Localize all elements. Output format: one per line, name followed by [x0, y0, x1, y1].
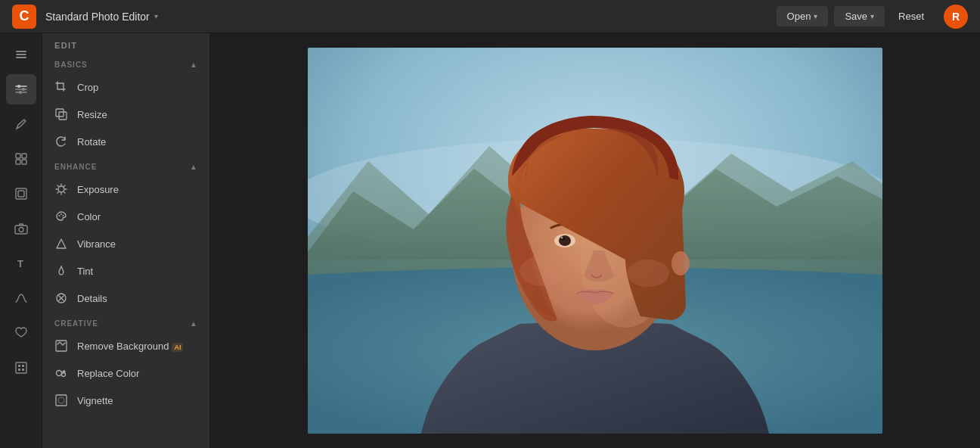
creative-title: CREATIVE: [54, 319, 98, 328]
app-logo: C: [12, 5, 36, 29]
details-item[interactable]: Details: [42, 285, 209, 312]
enhance-chevron-icon: ▲: [190, 163, 197, 171]
basics-chevron-icon: ▲: [190, 61, 197, 69]
photo-container: [308, 48, 882, 434]
rotate-icon: [54, 135, 68, 148]
svg-point-6: [22, 88, 25, 91]
svg-point-45: [58, 397, 64, 403]
photo-image: [308, 48, 882, 434]
svg-marker-37: [57, 239, 66, 248]
text-icon[interactable]: T: [6, 248, 36, 278]
svg-point-51: [559, 235, 571, 246]
svg-rect-15: [15, 226, 27, 234]
svg-rect-1: [16, 54, 26, 55]
svg-rect-9: [16, 154, 20, 158]
icon-sidebar: T: [0, 33, 42, 448]
save-button[interactable]: Save ▾: [834, 6, 885, 26]
heart-icon[interactable]: [6, 318, 36, 348]
enhance-items: Exposure Color: [42, 176, 209, 312]
edit-label: EDIT: [42, 33, 209, 53]
rotate-item[interactable]: Rotate: [42, 128, 209, 155]
svg-point-60: [627, 260, 669, 287]
app-title: Standard Photo Editor: [45, 11, 150, 23]
svg-rect-23: [56, 109, 64, 117]
resize-item[interactable]: Resize: [42, 101, 209, 128]
svg-rect-21: [18, 369, 20, 371]
draw-icon[interactable]: [6, 109, 36, 139]
vibrance-label: Vibrance: [77, 238, 197, 250]
color-label: Color: [77, 211, 197, 222]
color-item[interactable]: Color: [42, 203, 209, 230]
svg-rect-18: [16, 362, 26, 373]
svg-rect-20: [22, 365, 24, 367]
replace-color-icon: [54, 366, 68, 380]
remove-background-item[interactable]: Remove BackgroundAI: [42, 332, 209, 359]
creative-section-header[interactable]: CREATIVE ▲: [42, 312, 209, 332]
svg-line-31: [64, 192, 65, 193]
basics-items: Crop Resize Rotate: [42, 73, 209, 155]
exposure-icon: [54, 182, 68, 196]
svg-rect-19: [18, 365, 20, 367]
exposure-label: Exposure: [77, 184, 197, 195]
svg-point-36: [63, 215, 64, 216]
topbar-actions: Open ▾ Save ▾ Reset R: [777, 5, 968, 29]
replace-color-item[interactable]: Replace Color: [42, 359, 209, 387]
crop-label: Crop: [77, 82, 197, 93]
templates-icon[interactable]: [6, 144, 36, 174]
curve-icon[interactable]: [6, 283, 36, 313]
details-icon: [54, 291, 68, 305]
crop-icon: [54, 80, 68, 94]
tint-item[interactable]: Tint: [42, 257, 209, 285]
svg-rect-10: [22, 154, 26, 158]
svg-rect-12: [22, 160, 26, 164]
save-chevron-icon: ▾: [870, 12, 874, 20]
basics-section-header[interactable]: BASICS ▲: [42, 53, 209, 73]
details-label: Details: [77, 293, 197, 304]
creative-chevron-icon: ▲: [190, 319, 197, 328]
svg-point-16: [19, 228, 23, 232]
app-title-area[interactable]: Standard Photo Editor ▾: [45, 11, 158, 23]
open-button[interactable]: Open ▾: [777, 6, 829, 26]
vibrance-icon: [54, 237, 68, 250]
vignette-item[interactable]: Vignette: [42, 387, 209, 414]
svg-rect-41: [56, 341, 67, 351]
color-icon: [54, 210, 68, 223]
svg-point-4: [17, 85, 20, 88]
vignette-label: Vignette: [77, 395, 197, 406]
replace-color-label: Replace Color: [77, 368, 197, 379]
vibrance-item[interactable]: Vibrance: [42, 230, 209, 257]
svg-rect-11: [16, 160, 20, 164]
reset-button[interactable]: Reset: [891, 6, 932, 26]
svg-rect-44: [56, 395, 67, 406]
rotate-label: Rotate: [77, 136, 197, 148]
svg-point-53: [561, 237, 563, 239]
layers-icon[interactable]: [6, 39, 36, 70]
svg-point-58: [671, 251, 690, 275]
basics-title: BASICS: [54, 61, 88, 69]
crop-item[interactable]: Crop: [42, 73, 209, 101]
adjustments-icon[interactable]: [6, 74, 36, 104]
ai-badge: AI: [172, 343, 183, 352]
frames-icon[interactable]: [6, 179, 36, 209]
remove-background-icon: [54, 339, 68, 353]
effects-icon[interactable]: [6, 353, 36, 383]
svg-rect-0: [16, 51, 26, 52]
enhance-section-header[interactable]: ENHANCE ▲: [42, 155, 209, 176]
resize-icon: [54, 107, 68, 121]
svg-line-33: [64, 185, 65, 186]
avatar[interactable]: R: [944, 5, 968, 29]
exposure-item[interactable]: Exposure: [42, 176, 209, 203]
svg-point-8: [19, 91, 22, 94]
svg-point-59: [519, 256, 565, 286]
creative-items: Remove BackgroundAI Replace Color: [42, 332, 209, 414]
camera-icon[interactable]: [6, 213, 36, 244]
svg-point-43: [62, 373, 66, 377]
tint-label: Tint: [77, 266, 197, 277]
topbar: C Standard Photo Editor ▾ Open ▾ Save ▾ …: [0, 0, 980, 33]
title-chevron-icon: ▾: [154, 12, 158, 20]
svg-rect-22: [22, 369, 24, 371]
canvas-area: [210, 33, 980, 448]
open-chevron-icon: ▾: [814, 12, 817, 20]
main-area: T EDIT BASICS ▲: [0, 33, 980, 448]
vignette-icon: [54, 394, 68, 407]
